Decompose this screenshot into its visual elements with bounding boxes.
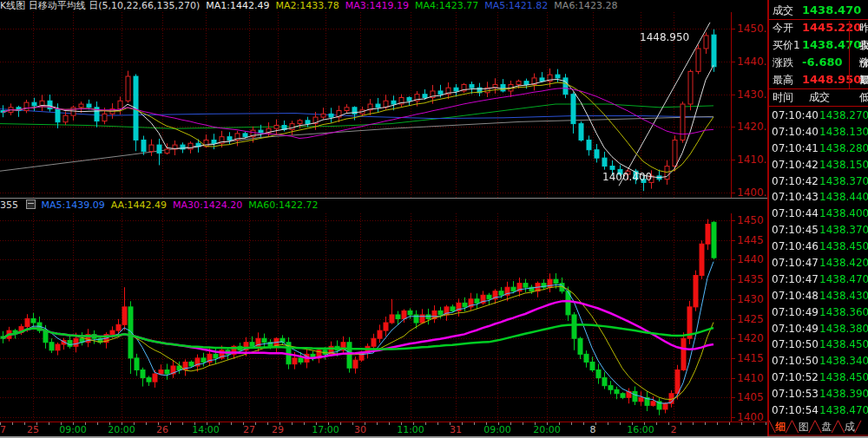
tick-price: 1438.470 <box>819 402 868 419</box>
tick-row: 07:10:501438.450 <box>769 337 868 353</box>
tick-row: 07:10:411438.280 <box>769 141 868 157</box>
x-axis-label[interactable]: 29 <box>272 425 284 435</box>
x-axis-label[interactable]: 27 <box>243 425 255 435</box>
x-axis-label[interactable]: 30 <box>354 425 366 435</box>
quote-label: 涨跌 <box>773 54 793 71</box>
tick-row: 07:10:461438.450 <box>769 239 868 255</box>
tick-row: 07:10:401438.130 <box>769 124 868 141</box>
quote-row: 涨跌-6.680涨幅 <box>769 54 868 71</box>
tick-price: 1438.420 <box>819 255 868 271</box>
x-axis-label[interactable]: 09:00 <box>483 425 511 435</box>
daily-kline-panel: 1450.01440.01430.01420.01410.01400.01448… <box>0 12 767 198</box>
tick-row: 07:10:531438.390 <box>769 386 868 402</box>
tick-time: 07:10:47 <box>772 255 819 271</box>
tick-time: 07:10:44 <box>772 206 819 222</box>
column-divider <box>849 21 850 88</box>
tick-price: 1438.150 <box>819 157 868 173</box>
time-and-sales-list[interactable]: 07:10:401438.27007:10:401438.13007:10:41… <box>769 108 868 420</box>
x-axis-label[interactable]: 7 <box>0 425 6 435</box>
tab-盘[interactable]: 盘 <box>821 421 832 433</box>
tick-row: 07:10:471438.420 <box>769 255 868 271</box>
quote-row: 今开1445.220昨收 <box>769 19 868 36</box>
tab-细[interactable]: 细 <box>775 421 786 433</box>
x-axis-label[interactable]: 2 <box>671 425 677 435</box>
tick-time: 07:10:40 <box>772 108 819 124</box>
tick-price: 1438.430 <box>819 288 868 304</box>
ma-readout: MA4:1423.77 <box>415 0 478 11</box>
quote-value: 1438.470 <box>802 36 861 54</box>
tick-price: 1438.370 <box>819 222 868 239</box>
ma-readout: MA2:1433.78 <box>275 0 339 11</box>
quote-label: 最高 <box>773 71 793 88</box>
ma-readout: AA:1442.49 <box>111 199 167 211</box>
tick-time: 07:10:41 <box>772 141 819 157</box>
price-axis-label: 1430 <box>737 294 764 304</box>
ma-readout: MA6:1423.28 <box>554 0 617 11</box>
tick-row: 07:10:451438.370 <box>769 222 868 239</box>
quote-sidebar: 成交1438.470今开1445.220昨收买价11438.470卖价1涨跌-6… <box>767 0 868 438</box>
x-axis-label[interactable]: 20:00 <box>108 425 135 435</box>
intraday-candlestick-chart[interactable] <box>0 213 730 422</box>
tick-time: 07:10:45 <box>772 222 819 239</box>
tick-price: 1438.380 <box>819 321 868 337</box>
price-axis-label: 1435 <box>737 274 764 284</box>
tick-row: 07:10:521438.450 <box>769 369 868 386</box>
tick-price: 1438.270 <box>819 108 868 124</box>
ma-readout: MA1:1442.49 <box>206 0 269 11</box>
separator <box>769 106 868 107</box>
tab-图[interactable]: 图 <box>799 421 809 433</box>
time-axis: 72509:0020:002614:00272917:003011:003109… <box>0 422 767 437</box>
tick-time: 07:10:52 <box>772 369 819 386</box>
tick-time: 07:10:53 <box>772 386 819 402</box>
tick-row: 07:10:421438.370 <box>769 173 868 190</box>
x-axis-label[interactable]: 11:00 <box>397 425 424 435</box>
ma-readout: MA3:1419.19 <box>345 0 409 11</box>
x-axis-label[interactable]: 31 <box>450 425 462 435</box>
tab-slash: ╲ <box>838 421 844 433</box>
daily-candlestick-chart[interactable] <box>0 12 730 198</box>
tick-row: 07:10:491438.360 <box>769 304 868 321</box>
quote-row: 成交1438.470 <box>769 2 868 19</box>
x-axis-label[interactable]: 14:00 <box>192 425 220 435</box>
x-axis-label[interactable]: 09:00 <box>59 425 87 435</box>
quote-value: 1448.950 <box>802 71 861 88</box>
ma-readout: MA5:1421.82 <box>484 0 548 11</box>
collapse-icon[interactable] <box>26 199 36 209</box>
tick-time: 07:10:43 <box>772 189 819 206</box>
x-axis-label[interactable]: 26 <box>156 425 168 435</box>
x-axis-label[interactable]: 17:00 <box>312 425 339 435</box>
price-axis-line <box>731 213 732 422</box>
separator <box>769 19 868 20</box>
x-axis-label[interactable]: 8 <box>590 425 596 435</box>
ma-readout: MA60:1422.72 <box>248 199 318 211</box>
tick-price: 1438.450 <box>819 337 868 353</box>
tick-time: 07:10:42 <box>772 157 819 173</box>
ma-readout: K线图 日移动平均线 日(5,10,22,66,135,270) <box>0 0 200 11</box>
tick-time: 07:10:48 <box>772 288 819 304</box>
tab-slash: ╱ <box>855 421 861 433</box>
tick-time: 07:10:50 <box>772 337 819 353</box>
quote-label: 成交 <box>773 2 793 19</box>
tick-price: 1438.370 <box>819 173 868 190</box>
tick-table-header: 时间 成交 <box>769 89 868 106</box>
x-axis-label[interactable]: 20:00 <box>533 425 561 435</box>
trading-terminal: K线图 日移动平均线 日(5,10,22,66,135,270)MA1:1442… <box>0 0 868 438</box>
price-axis-label: 1440 <box>737 254 764 265</box>
tick-price: 1438.130 <box>819 124 868 141</box>
tick-time: 07:10:49 <box>772 321 819 337</box>
tick-time: 07:10:47 <box>772 271 819 288</box>
quote-value: 1445.220 <box>802 19 861 36</box>
tick-row: 07:10:491438.380 <box>769 321 868 337</box>
tick-row: 07:10:481438.430 <box>769 288 868 304</box>
tab-slash: ╱ <box>809 421 815 433</box>
x-axis-label[interactable]: 25 <box>27 425 39 435</box>
intraday-kline-panel: 1450144514401435143014251420141514101405… <box>0 213 767 422</box>
price-axis-label: 1420 <box>737 333 764 343</box>
x-axis-label[interactable]: 16:00 <box>627 425 654 435</box>
price-axis-label: 1450 <box>737 215 764 226</box>
ma-readout: MA30:1424.20 <box>173 199 242 211</box>
price-axis-label: 1405 <box>737 392 764 402</box>
tab-slash: ╲ <box>792 421 798 433</box>
tab-成[interactable]: 成 <box>845 421 855 433</box>
tick-price: 1438.400 <box>819 206 868 222</box>
